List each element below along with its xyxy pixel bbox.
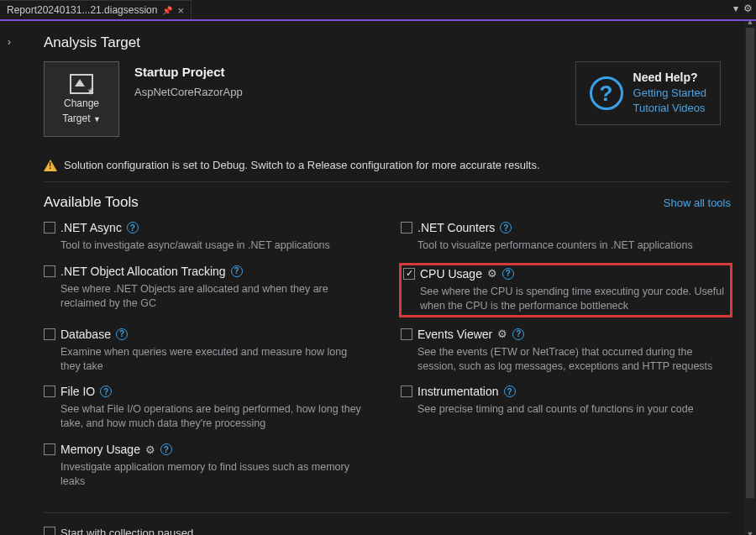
- tool-memory-usage: Memory Usage ⚙ ? Investigate application…: [44, 443, 374, 489]
- info-icon[interactable]: ?: [127, 222, 139, 233]
- info-icon[interactable]: ?: [116, 328, 128, 340]
- info-icon[interactable]: ?: [502, 268, 514, 280]
- tool-label: .NET Counters: [417, 221, 495, 234]
- tool-file-io: File IO ? See what File I/O operations a…: [44, 385, 374, 431]
- info-icon[interactable]: ?: [500, 222, 512, 233]
- tool-allocation-tracking: .NET Object Allocation Tracking ? See wh…: [44, 265, 374, 316]
- tool-desc: Examine when queries were executed and m…: [60, 345, 364, 374]
- tool-desc: Tool to visualize performance counters i…: [417, 239, 721, 253]
- tool-label: Instrumentation: [417, 385, 499, 398]
- tool-label: CPU Usage: [420, 267, 482, 281]
- tool-net-counters-checkbox[interactable]: .NET Counters ?: [401, 221, 721, 234]
- close-icon[interactable]: ×: [177, 4, 184, 17]
- tool-memory-checkbox[interactable]: Memory Usage ⚙ ?: [44, 443, 364, 456]
- tool-database: Database ? Examine when queries were exe…: [44, 328, 374, 374]
- tool-net-async-checkbox[interactable]: .NET Async ?: [44, 221, 364, 234]
- project-title: Startup Project: [134, 65, 243, 79]
- tool-cpu-usage: CPU Usage ⚙ ? See where the CPU is spend…: [401, 265, 731, 316]
- getting-started-link[interactable]: Getting Started: [633, 86, 706, 101]
- start-paused-label: Start with collection paused: [60, 527, 193, 535]
- tool-label: Memory Usage: [60, 443, 140, 456]
- change-target-line2: Target ▼: [62, 113, 101, 124]
- tool-desc: See what File I/O operations are being p…: [60, 402, 364, 431]
- pin-icon[interactable]: 📌: [162, 6, 172, 15]
- checkbox-icon[interactable]: [44, 443, 55, 455]
- checkbox-icon[interactable]: [44, 527, 55, 535]
- tool-desc: See where the CPU is spending time execu…: [420, 285, 724, 313]
- target-image-icon: [70, 74, 93, 94]
- tool-label: File IO: [60, 385, 95, 398]
- chevron-down-icon: ▼: [93, 115, 101, 123]
- tool-instrumentation: Instrumentation ? See precise timing and…: [401, 385, 731, 431]
- tool-database-checkbox[interactable]: Database ?: [44, 328, 364, 341]
- tab-bar: Report20240131...21.diagsession 📌 × ▾ ⚙: [0, 0, 756, 21]
- info-icon[interactable]: ?: [160, 443, 172, 455]
- tool-label: Events Viewer: [417, 328, 492, 341]
- analysis-target-heading: Analysis Target: [44, 34, 731, 51]
- gear-icon[interactable]: ⚙: [497, 328, 507, 340]
- available-tools-heading: Available Tools: [44, 194, 139, 211]
- warning-text: Solution configuration is set to Debug. …: [64, 159, 540, 171]
- tool-net-counters: .NET Counters ? Tool to visualize perfor…: [401, 221, 731, 253]
- profiler-content: Analysis Target Change Target ▼ Startup …: [18, 21, 756, 535]
- tool-desc: See precise timing and call counts of fu…: [417, 402, 721, 417]
- tool-events-viewer: Events Viewer ⚙ ? See the events (ETW or…: [401, 328, 731, 374]
- tool-allocation-checkbox[interactable]: .NET Object Allocation Tracking ?: [44, 265, 364, 278]
- checkbox-icon[interactable]: [44, 328, 55, 340]
- config-warning: Solution configuration is set to Debug. …: [44, 150, 731, 182]
- tab-overflow-icon[interactable]: ▾: [733, 3, 738, 14]
- checkbox-icon[interactable]: [401, 328, 412, 340]
- tool-label: .NET Object Allocation Tracking: [60, 265, 226, 278]
- tool-desc: See the events (ETW or NetTrace) that oc…: [417, 345, 721, 374]
- tool-fileio-checkbox[interactable]: File IO ?: [44, 385, 364, 398]
- change-target-button[interactable]: Change Target ▼: [44, 61, 119, 137]
- tool-net-async: .NET Async ? Tool to investigate async/a…: [44, 221, 374, 253]
- tool-desc: See where .NET Objects are allocated and…: [60, 282, 364, 311]
- change-target-line1: Change: [64, 97, 99, 109]
- left-gutter: ›: [0, 21, 18, 535]
- tool-cpu-checkbox[interactable]: CPU Usage ⚙ ?: [403, 267, 724, 281]
- project-name: AspNetCoreRazorApp: [134, 86, 243, 98]
- checkbox-icon[interactable]: [44, 386, 55, 397]
- checkbox-icon[interactable]: [401, 222, 412, 233]
- tab-title: Report20240131...21.diagsession: [7, 4, 157, 16]
- checkbox-icon[interactable]: [44, 222, 55, 233]
- checkbox-icon[interactable]: [403, 268, 415, 280]
- checkbox-icon[interactable]: [44, 265, 55, 277]
- warning-icon: [44, 160, 57, 171]
- help-panel: ? Need Help? Getting Started Tutorial Vi…: [575, 61, 721, 125]
- checkbox-icon[interactable]: [401, 386, 412, 397]
- tool-instr-checkbox[interactable]: Instrumentation ?: [401, 385, 721, 398]
- help-title: Need Help?: [633, 71, 706, 84]
- tool-desc: Tool to investigate async/await usage in…: [60, 239, 364, 253]
- tutorial-videos-link[interactable]: Tutorial Videos: [633, 101, 706, 116]
- scroll-down-icon[interactable]: ▼: [744, 528, 756, 535]
- show-all-tools-link[interactable]: Show all tools: [664, 197, 731, 209]
- info-icon[interactable]: ?: [504, 386, 516, 397]
- info-icon[interactable]: ?: [231, 265, 243, 277]
- info-icon[interactable]: ?: [100, 386, 112, 397]
- info-icon[interactable]: ?: [512, 328, 524, 340]
- help-question-icon: ?: [590, 76, 623, 110]
- gear-icon[interactable]: ⚙: [487, 267, 497, 280]
- start-paused-checkbox[interactable]: Start with collection paused: [44, 527, 731, 535]
- tool-label: .NET Async: [60, 221, 122, 234]
- tool-events-checkbox[interactable]: Events Viewer ⚙ ?: [401, 328, 721, 341]
- vertical-scrollbar[interactable]: ▲ ▼: [744, 21, 756, 535]
- document-tab[interactable]: Report20240131...21.diagsession 📌 ×: [0, 0, 192, 19]
- scroll-up-icon[interactable]: ▲: [744, 16, 756, 28]
- expand-chevron-icon[interactable]: ›: [8, 36, 11, 535]
- gear-icon[interactable]: ⚙: [145, 443, 155, 456]
- tool-desc: Investigate application memory to find i…: [60, 460, 364, 489]
- tool-label: Database: [60, 328, 111, 341]
- scroll-thumb[interactable]: [746, 28, 754, 498]
- settings-gear-icon[interactable]: ⚙: [743, 3, 753, 14]
